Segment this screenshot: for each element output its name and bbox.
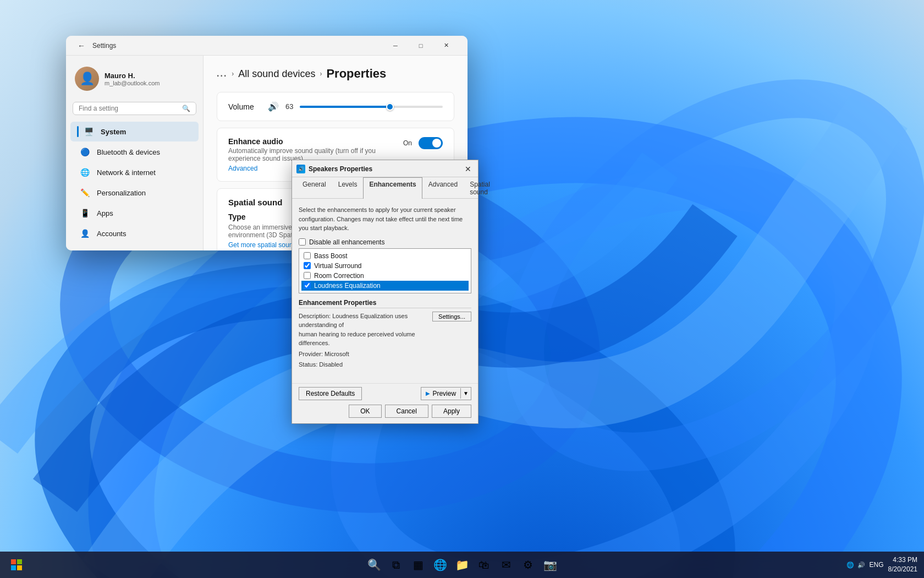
tab-levels[interactable]: Levels [332, 177, 364, 199]
dialog-footer-top: Restore Defaults ▶ Preview ▼ [299, 387, 471, 400]
disable-all-row: Disable all enhancements [299, 238, 471, 246]
virtual-surround-label: Virtual Surround [314, 262, 362, 270]
dialog-footer: Restore Defaults ▶ Preview ▼ OK Cancel A… [292, 383, 478, 423]
virtual-surround-checkbox[interactable] [304, 262, 311, 269]
enhancement-properties-section: Enhancement Properties Description: Loud… [299, 299, 471, 371]
enhancements-list: Bass Boost Virtual Surround Room Correct… [299, 248, 471, 293]
dialog-titlebar: 🔊 Speakers Properties ✕ [292, 160, 478, 177]
tab-enhancements[interactable]: Enhancements [363, 177, 422, 199]
disable-all-label: Disable all enhancements [309, 238, 384, 246]
enh-bass-boost[interactable]: Bass Boost [301, 251, 469, 261]
dialog-close-button[interactable]: ✕ [463, 163, 474, 175]
enh-description: Description: Loudness Equalization uses … [299, 312, 432, 348]
enh-description-text: Loudness Equalization uses understanding… [299, 313, 415, 347]
dialog-body: Select the enhancements to apply for you… [292, 199, 478, 383]
preview-dropdown-icon[interactable]: ▼ [460, 388, 471, 399]
enh-props-content: Description: Loudness Equalization uses … [299, 312, 432, 371]
enh-props-title: Enhancement Properties [299, 299, 471, 308]
dialog-overlay: 🔊 Speakers Properties ✕ General Levels E… [0, 0, 924, 578]
enh-settings-button[interactable]: Settings... [432, 312, 471, 321]
loudness-eq-label: Loudness Equalization [314, 282, 381, 290]
preview-button[interactable]: ▶ Preview ▼ [421, 387, 471, 400]
speakers-properties-dialog: 🔊 Speakers Properties ✕ General Levels E… [292, 160, 479, 424]
disable-all-checkbox[interactable] [299, 238, 306, 246]
cancel-button[interactable]: Cancel [385, 405, 428, 418]
ok-button[interactable]: OK [349, 405, 381, 418]
restore-defaults-button[interactable]: Restore Defaults [299, 387, 362, 400]
dialog-title: Speakers Properties [309, 165, 372, 173]
dialog-speaker-icon: 🔊 [296, 165, 305, 173]
enh-provider: Provider: Microsoft [299, 350, 432, 359]
dialog-title-left: 🔊 Speakers Properties [296, 165, 372, 173]
enh-room-correction[interactable]: Room Correction [301, 271, 469, 281]
loudness-eq-checkbox[interactable] [304, 282, 311, 289]
preview-play-icon: ▶ [426, 390, 430, 396]
tab-spatial-sound[interactable]: Spatial sound [464, 177, 496, 199]
tab-advanced[interactable]: Advanced [422, 177, 464, 199]
apply-button[interactable]: Apply [432, 405, 471, 418]
dialog-footer-buttons: OK Cancel Apply [299, 405, 471, 418]
enh-virtual-surround[interactable]: Virtual Surround [301, 261, 469, 271]
preview-label: Preview [432, 390, 456, 397]
bass-boost-label: Bass Boost [314, 252, 348, 260]
room-correction-checkbox[interactable] [304, 272, 311, 279]
dialog-tabs: General Levels Enhancements Advanced Spa… [292, 177, 478, 199]
room-correction-label: Room Correction [314, 272, 364, 280]
dialog-description: Select the enhancements to apply for you… [299, 205, 471, 233]
bass-boost-checkbox[interactable] [304, 252, 311, 259]
enh-status: Status: Disabled [299, 360, 432, 369]
preview-btn-main[interactable]: ▶ Preview [421, 388, 460, 400]
tab-general[interactable]: General [296, 177, 332, 199]
enh-loudness-eq[interactable]: Loudness Equalization [301, 281, 469, 291]
